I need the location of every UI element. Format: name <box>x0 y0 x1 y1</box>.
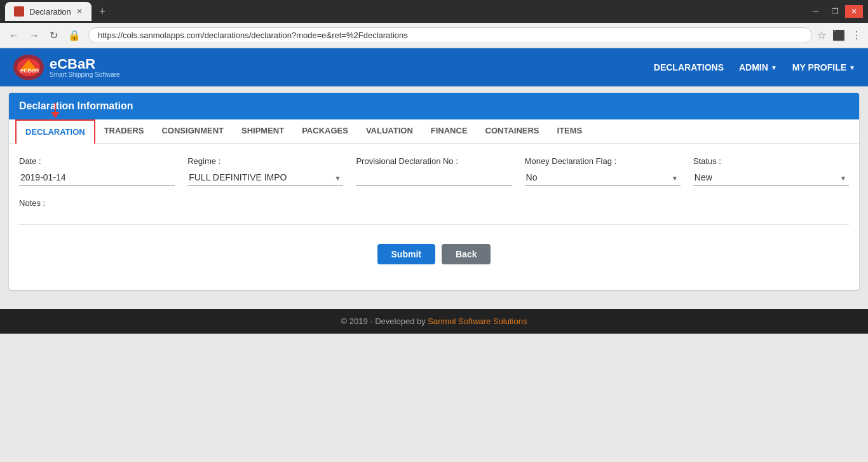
money-flag-select-wrapper: No Yes <box>525 170 681 186</box>
form-area: Date : Regime : FULL DEFINITIVE IMPO PAR… <box>9 144 859 290</box>
window-controls: ─ ❐ ✕ <box>807 5 863 18</box>
regime-select[interactable]: FULL DEFINITIVE IMPO PARTIAL DEFINITIVE … <box>187 170 343 186</box>
bookmark-icon[interactable]: ☆ <box>817 29 826 41</box>
back-button[interactable]: Back <box>442 244 491 264</box>
logo-text-area: eCBaR Smart Shipping Software <box>50 57 120 78</box>
tab-title: Declaration <box>29 7 71 17</box>
logo-tagline: Smart Shipping Software <box>50 71 120 78</box>
tab-close-btn[interactable]: ✕ <box>76 7 83 16</box>
tab-consignment[interactable]: CONSIGNMENT <box>153 119 233 143</box>
logo-area: eCBaR eCBaR Smart Shipping Software <box>13 53 120 81</box>
tab-containers[interactable]: CONTAINERS <box>477 119 548 143</box>
my-profile-nav-link[interactable]: MY PROFILE ▼ <box>792 62 855 72</box>
provisional-input[interactable] <box>356 170 512 186</box>
declarations-nav-link[interactable]: DECLARATIONS <box>654 62 724 72</box>
form-row-1: Date : Regime : FULL DEFINITIVE IMPO PAR… <box>19 156 849 186</box>
extensions-icon[interactable]: ⬛ <box>832 29 845 41</box>
lock-icon: 🔒 <box>65 27 83 44</box>
tab-favicon <box>14 6 24 17</box>
svg-text:eCBaR: eCBaR <box>20 67 39 74</box>
tab-traders[interactable]: TRADERS <box>95 119 153 143</box>
provisional-label: Provisional Declaration No : <box>356 156 512 166</box>
money-flag-group: Money Declaration Flag : No Yes <box>525 156 681 186</box>
tab-declaration[interactable]: DECLARATION <box>15 119 95 144</box>
card-header: Declaration Information <box>9 93 859 119</box>
regime-group: Regime : FULL DEFINITIVE IMPO PARTIAL DE… <box>187 156 343 186</box>
money-flag-select[interactable]: No Yes <box>525 170 681 186</box>
status-select[interactable]: New Submitted Approved <box>693 170 849 186</box>
status-label: Status : <box>693 156 849 166</box>
tab-packages[interactable]: PACKAGES <box>293 119 357 143</box>
url-input[interactable] <box>88 27 812 43</box>
status-select-wrapper: New Submitted Approved <box>693 170 849 186</box>
tab-shipment[interactable]: SHIPMENT <box>233 119 293 143</box>
tabs-row: DECLARATION TRADERS CONSIGNMENT SHIPMENT… <box>9 119 859 144</box>
forward-nav-button[interactable]: → <box>27 27 42 44</box>
money-flag-label: Money Declaration Flag : <box>525 156 681 166</box>
browser-chrome: Declaration ✕ + ─ ❐ ✕ <box>0 0 868 23</box>
status-group: Status : New Submitted Approved <box>693 156 849 186</box>
notes-group: Notes : <box>19 198 849 212</box>
minimize-button[interactable]: ─ <box>807 5 825 18</box>
browser-tab[interactable]: Declaration ✕ <box>5 2 92 21</box>
button-row: Submit Back <box>19 238 849 277</box>
admin-nav-link[interactable]: ADMIN ▼ <box>739 62 777 72</box>
address-bar-icons: ☆ ⬛ ⋮ <box>817 29 862 41</box>
refresh-button[interactable]: ↻ <box>47 27 60 44</box>
app-header: eCBaR eCBaR Smart Shipping Software DECL… <box>0 48 868 86</box>
form-row-notes: Notes : <box>19 198 849 212</box>
footer: © 2019 - Developed by Sanmol Software So… <box>0 309 868 334</box>
menu-icon[interactable]: ⋮ <box>851 29 862 41</box>
tab-valuation[interactable]: VALUATION <box>357 119 422 143</box>
restore-button[interactable]: ❐ <box>826 5 844 18</box>
close-button[interactable]: ✕ <box>845 5 863 18</box>
main-nav: DECLARATIONS ADMIN ▼ MY PROFILE ▼ <box>654 62 855 72</box>
date-input[interactable] <box>19 170 175 186</box>
new-tab-button[interactable]: + <box>95 5 110 18</box>
notes-label: Notes : <box>19 198 849 208</box>
provisional-group: Provisional Declaration No : <box>356 156 512 186</box>
submit-button[interactable]: Submit <box>377 244 435 264</box>
footer-text: © 2019 - Developed by <box>341 316 428 326</box>
logo-icon: eCBaR <box>13 53 44 81</box>
form-divider <box>19 224 849 225</box>
address-bar: ← → ↻ 🔒 ☆ ⬛ ⋮ <box>0 23 868 48</box>
back-nav-button[interactable]: ← <box>6 27 22 44</box>
card-title: Declaration Information <box>19 100 133 111</box>
date-group: Date : <box>19 156 175 186</box>
logo-name: eCBaR <box>50 57 120 71</box>
footer-link[interactable]: Sanmol Software Solutions <box>428 316 527 326</box>
regime-select-wrapper: FULL DEFINITIVE IMPO PARTIAL DEFINITIVE … <box>187 170 343 186</box>
regime-label: Regime : <box>187 156 343 166</box>
declaration-card: Declaration Information DECLARATION TRAD… <box>9 93 859 290</box>
tab-items[interactable]: ITEMS <box>548 119 592 143</box>
tab-finance[interactable]: FINANCE <box>422 119 477 143</box>
date-label: Date : <box>19 156 175 166</box>
main-content: Declaration Information DECLARATION TRAD… <box>0 86 868 296</box>
